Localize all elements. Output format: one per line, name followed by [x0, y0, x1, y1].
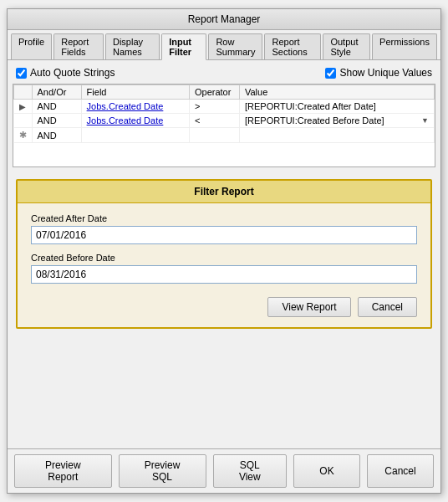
tab-report-fields[interactable]: Report Fields [53, 33, 104, 59]
created-after-date-input[interactable] [31, 226, 417, 244]
title-bar: Report Manager [8, 9, 440, 30]
created-before-date-group: Created Before Date [31, 253, 417, 284]
created-after-date-group: Created After Date [31, 213, 417, 244]
main-window: Report Manager Profile Report Fields Dis… [7, 8, 441, 494]
filter-dialog-title: Filter Report [18, 181, 430, 203]
tab-display-names[interactable]: Display Names [105, 33, 160, 59]
created-before-date-input[interactable] [31, 265, 417, 284]
filter-table-container: And/Or Field Operator Value ▶ AND Jobs.C… [13, 84, 435, 167]
preview-sql-button[interactable]: Preview SQL [119, 454, 206, 488]
row1-operator: > [189, 100, 239, 114]
row-indicator-3: ✱ [14, 128, 33, 143]
col-value: Value [239, 85, 434, 100]
tab-output-style[interactable]: Output Style [323, 33, 370, 59]
content-area: Auto Quote Strings Show Unique Values An… [8, 60, 440, 448]
filter-dialog-content: Created After Date Created Before Date V… [18, 203, 430, 327]
table-row: ✱ AND [14, 128, 435, 143]
dialog-cancel-button[interactable]: Cancel [358, 297, 417, 317]
tab-permissions[interactable]: Permissions [372, 33, 437, 59]
show-unique-values-checkbox[interactable] [325, 68, 336, 79]
filter-table: And/Or Field Operator Value ▶ AND Jobs.C… [13, 85, 435, 143]
dialog-buttons: View Report Cancel [31, 297, 417, 317]
ok-button[interactable]: OK [293, 454, 360, 488]
row3-field [81, 128, 189, 143]
col-and-or: And/Or [32, 85, 81, 100]
cancel-button[interactable]: Cancel [367, 454, 434, 488]
tab-bar: Profile Report Fields Display Names Inpu… [8, 30, 440, 60]
col-indicator [14, 85, 33, 100]
tab-report-sections[interactable]: Report Sections [264, 33, 321, 59]
dropdown-arrow-icon[interactable]: ▼ [421, 116, 429, 125]
auto-quote-strings-label[interactable]: Auto Quote Strings [16, 67, 115, 79]
col-operator: Operator [189, 85, 239, 100]
row1-field: Jobs.Created Date [81, 100, 189, 114]
auto-quote-strings-checkbox[interactable] [16, 68, 27, 79]
row3-and-or: AND [32, 128, 81, 143]
row-indicator-1: ▶ [14, 100, 33, 114]
row3-value [239, 128, 434, 143]
table-row: ▶ AND Jobs.Created Date > [REPORTUI:Crea… [14, 100, 435, 114]
tab-row-summary[interactable]: Row Summary [208, 33, 262, 59]
row1-and-or: AND [32, 100, 81, 114]
filter-dialog: Filter Report Created After Date Created… [16, 179, 432, 329]
window-title: Report Manager [188, 13, 261, 25]
row2-operator: < [189, 114, 239, 128]
tab-input-filter[interactable]: Input Filter [161, 33, 206, 60]
row2-value: [REPORTUI:Created Before Date] ▼ [239, 114, 434, 128]
row-indicator-2 [14, 114, 33, 128]
bottom-bar: Preview Report Preview SQL SQL View OK C… [8, 448, 440, 493]
row3-operator [189, 128, 239, 143]
sql-view-button[interactable]: SQL View [213, 454, 287, 488]
row2-field: Jobs.Created Date [81, 114, 189, 128]
col-field: Field [81, 85, 189, 100]
preview-report-button[interactable]: Preview Report [14, 454, 112, 488]
row2-and-or: AND [32, 114, 81, 128]
row1-value: [REPORTUI:Created After Date] [239, 100, 434, 114]
created-after-date-label: Created After Date [31, 213, 417, 223]
options-row: Auto Quote Strings Show Unique Values [13, 65, 435, 80]
tab-profile[interactable]: Profile [11, 33, 52, 59]
created-before-date-label: Created Before Date [31, 253, 417, 263]
table-row: AND Jobs.Created Date < [REPORTUI:Create… [14, 114, 435, 128]
view-report-button[interactable]: View Report [267, 297, 350, 317]
show-unique-values-label[interactable]: Show Unique Values [325, 67, 432, 79]
